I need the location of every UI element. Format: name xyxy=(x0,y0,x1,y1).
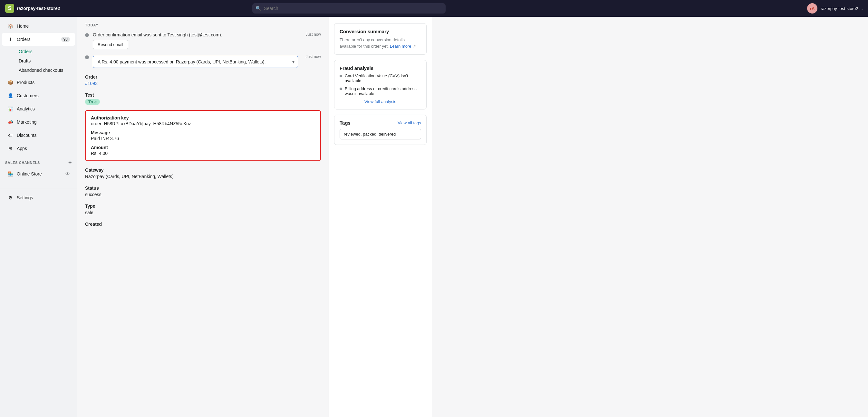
tags-header: Tags View all tags xyxy=(340,120,421,126)
fraud-dot-1 xyxy=(340,75,342,77)
store-name-right: razorpay-test-store2 ... xyxy=(820,6,863,11)
fraud-item-2: Billing address or credit card's address… xyxy=(340,86,421,96)
test-label: Test xyxy=(85,92,321,98)
view-full-analysis-link[interactable]: View full analysis xyxy=(340,99,421,104)
sidebar-item-orders[interactable]: ⬇ Orders 93 xyxy=(2,33,75,46)
sidebar-item-label: Analytics xyxy=(17,106,35,111)
search-bar[interactable]: 🔍 xyxy=(252,3,445,13)
sidebar-item-products[interactable]: 📦 Products xyxy=(2,76,75,89)
message-field: Message Paid INR 3.76 xyxy=(91,130,315,141)
amount-field: Amount Rs. 4.00 xyxy=(91,145,315,156)
external-link-icon: ↗ xyxy=(412,44,416,49)
fraud-item-text-2: Billing address or credit card's address… xyxy=(345,86,421,96)
conversion-title: Conversion summary xyxy=(340,29,421,34)
view-all-tags-link[interactable]: View all tags xyxy=(398,121,421,125)
fraud-dot-2 xyxy=(340,88,342,90)
fraud-item-1: Card Verification Value (CVV) isn't avai… xyxy=(340,73,421,83)
message-label: Message xyxy=(91,130,315,135)
tags-input[interactable] xyxy=(340,129,421,139)
auth-key-value: order_H58RPLxxBDaaYb|pay_H58Rb4NZ55eKnz xyxy=(91,121,315,126)
discounts-icon: 🏷 xyxy=(7,132,13,138)
order-detail-section: Order #1093 xyxy=(85,74,321,86)
resend-email-button[interactable]: Resend email xyxy=(93,40,128,49)
amount-value: Rs. 4.00 xyxy=(91,151,315,156)
tags-card: Tags View all tags xyxy=(334,115,427,145)
test-detail-section: Test True xyxy=(85,92,321,105)
sidebar-subitem-abandoned[interactable]: Abandoned checkouts xyxy=(15,66,75,75)
store-name: razorpay-test-store2 xyxy=(17,6,60,11)
settings-icon: ⚙ xyxy=(7,194,13,201)
home-icon: 🏠 xyxy=(7,23,13,29)
add-sales-channel-icon[interactable]: + xyxy=(68,159,72,166)
sidebar-item-label: Online Store xyxy=(17,171,42,177)
timeline-event-content: Order confirmation email was sent to Tes… xyxy=(93,32,321,49)
search-icon: 🔍 xyxy=(255,6,261,11)
type-section: Type sale xyxy=(85,203,321,215)
main-layout: 🏠 Home ⬇ Orders 93 Orders Drafts Abandon… xyxy=(0,17,868,417)
marketing-icon: 📣 xyxy=(7,119,13,125)
sales-channels-label: SALES CHANNELS xyxy=(5,161,40,165)
status-label: Status xyxy=(85,186,321,191)
conversion-learn-more-link[interactable]: Learn more xyxy=(390,44,411,49)
analytics-icon: 📊 xyxy=(7,106,13,112)
topbar: S razorpay-test-store2 🔍 rA razorpay-tes… xyxy=(0,0,868,17)
type-label: Type xyxy=(85,203,321,208)
sidebar-item-label: Marketing xyxy=(17,120,36,125)
timeline-column: TODAY Order confirmation email was sent … xyxy=(77,17,329,417)
timeline-event-text: Order confirmation email was sent to Tes… xyxy=(93,32,222,37)
gateway-label: Gateway xyxy=(85,167,321,172)
sidebar: 🏠 Home ⬇ Orders 93 Orders Drafts Abandon… xyxy=(0,17,77,417)
type-value: sale xyxy=(85,210,321,215)
brand-logo: S razorpay-test-store2 xyxy=(5,4,70,13)
sidebar-item-customers[interactable]: 👤 Customers xyxy=(2,89,75,102)
payment-box[interactable]: A Rs. 4.00 payment was processed on Razo… xyxy=(93,56,298,68)
timeline-event-time: Just now xyxy=(306,32,321,37)
avatar[interactable]: rA xyxy=(807,3,817,13)
order-number-link[interactable]: #1093 xyxy=(85,81,98,86)
search-input[interactable] xyxy=(252,3,445,13)
message-value: Paid INR 3.76 xyxy=(91,136,315,141)
online-store-icon: 🏪 xyxy=(7,171,13,177)
sidebar-subitem-orders[interactable]: Orders xyxy=(15,47,75,56)
sidebar-item-analytics[interactable]: 📊 Analytics xyxy=(2,102,75,115)
shopify-logo-icon: S xyxy=(5,4,14,13)
timeline-event-content-2: A Rs. 4.00 payment was processed on Razo… xyxy=(93,55,321,68)
sidebar-item-label: Home xyxy=(17,24,29,29)
timeline-event-time-2: Just now xyxy=(306,55,321,59)
orders-icon: ⬇ xyxy=(7,36,13,42)
tags-title: Tags xyxy=(340,120,350,126)
fraud-item-text-1: Card Verification Value (CVV) isn't avai… xyxy=(345,73,421,83)
sidebar-subitem-drafts[interactable]: Drafts xyxy=(15,56,75,65)
customers-icon: 👤 xyxy=(7,92,13,99)
sales-channels-section: SALES CHANNELS + xyxy=(0,155,77,167)
timeline-today-label: TODAY xyxy=(85,23,321,27)
sidebar-item-home[interactable]: 🏠 Home xyxy=(2,20,75,33)
sidebar-item-online-store[interactable]: 🏪 Online Store 👁 xyxy=(2,167,75,180)
payment-box-text: A Rs. 4.00 payment was processed on Razo… xyxy=(98,59,274,64)
auth-key-field: Authorization key order_H58RPLxxBDaaYb|p… xyxy=(91,115,315,126)
auth-key-label: Authorization key xyxy=(91,115,315,121)
timeline-event-email: Order confirmation email was sent to Tes… xyxy=(85,32,321,49)
online-store-eye-icon[interactable]: 👁 xyxy=(65,171,70,177)
sidebar-item-label: Discounts xyxy=(17,133,36,138)
sidebar-item-settings[interactable]: ⚙ Settings xyxy=(2,191,75,204)
timeline-event-payment: A Rs. 4.00 payment was processed on Razo… xyxy=(85,55,321,68)
timeline-dot xyxy=(85,33,89,37)
sidebar-item-discounts[interactable]: 🏷 Discounts xyxy=(2,129,75,142)
timeline-event-row: Order confirmation email was sent to Tes… xyxy=(93,32,321,37)
conversion-text: There aren't any conversion details avai… xyxy=(340,37,421,49)
right-column: Conversion summary There aren't any conv… xyxy=(329,17,432,417)
sidebar-orders-subnav: Orders Drafts Abandoned checkouts xyxy=(0,46,77,76)
fraud-analysis-card: Fraud analysis Card Verification Value (… xyxy=(334,60,427,109)
test-badge: True xyxy=(85,99,100,105)
amount-label: Amount xyxy=(91,145,315,150)
sidebar-item-marketing[interactable]: 📣 Marketing xyxy=(2,116,75,128)
conversion-summary-card: Conversion summary There aren't any conv… xyxy=(334,23,427,55)
sidebar-item-label: Orders xyxy=(17,37,31,42)
sidebar-item-label: Apps xyxy=(17,146,27,151)
chevron-down-icon: ▾ xyxy=(292,59,294,64)
sidebar-item-apps[interactable]: ⊞ Apps xyxy=(2,142,75,155)
sidebar-item-label: Products xyxy=(17,80,34,85)
order-label: Order xyxy=(85,74,321,79)
status-value: success xyxy=(85,192,321,197)
